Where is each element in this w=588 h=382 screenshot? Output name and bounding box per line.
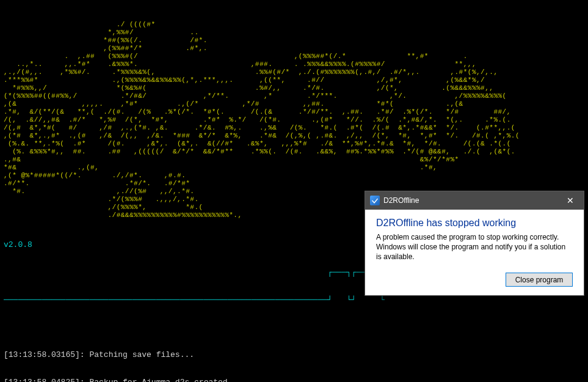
- ascii-banner: ./ ((((#* *,%%#/ .. *##(%%(/. /#*. ,(%%#…: [4, 21, 584, 219]
- dialog-titlebar[interactable]: D2ROffline ✕: [365, 191, 584, 210]
- log-line: [13:13:58.04825]: Backup for Ajumma.d2s …: [4, 378, 584, 382]
- dialog-heading: D2ROffline has stopped working: [376, 218, 573, 227]
- error-dialog: D2ROffline ✕ D2ROffline has stopped work…: [365, 191, 584, 296]
- log-line: [13:13:58.03165]: Patching save files...: [4, 350, 584, 359]
- dialog-message: A problem caused the program to stop wor…: [376, 232, 573, 262]
- app-icon: [370, 196, 380, 205]
- dialog-title: D2ROffline: [383, 196, 557, 205]
- divider-bottom: ────────────────────────────────────────…: [4, 295, 584, 304]
- close-icon[interactable]: ✕: [557, 191, 584, 210]
- close-program-button[interactable]: Close program: [506, 273, 573, 287]
